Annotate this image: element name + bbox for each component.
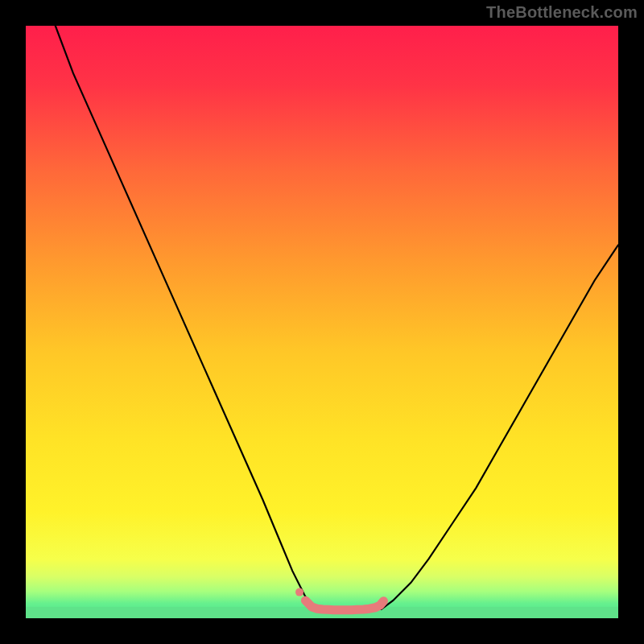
bottom-marker-group xyxy=(295,588,384,610)
curve-right xyxy=(382,245,618,609)
watermark-text: TheBottleneck.com xyxy=(486,3,638,22)
outer-frame: TheBottleneck.com xyxy=(0,0,644,644)
chart-svg xyxy=(26,26,618,618)
bottom-marker-dot xyxy=(295,588,303,597)
curve-left xyxy=(56,26,313,609)
bottom-marker-stroke xyxy=(305,601,383,610)
plot-area xyxy=(26,26,618,618)
